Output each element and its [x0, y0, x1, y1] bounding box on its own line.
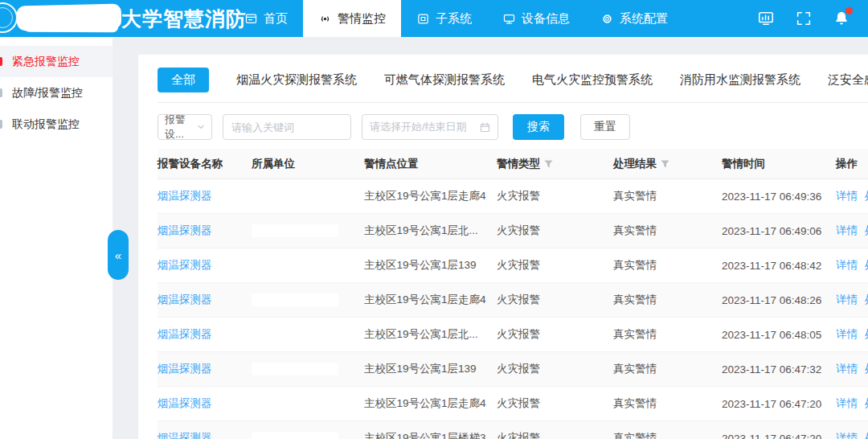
cell-device[interactable]: 烟温探测器 — [158, 293, 252, 307]
filter-funnel-icon[interactable] — [661, 158, 669, 170]
action-link[interactable]: 处理 — [865, 431, 868, 439]
cell-device[interactable]: 烟温探测器 — [158, 396, 252, 411]
nav-item-label: 子系统 — [436, 11, 472, 27]
sidebar-item-bullet-icon — [0, 88, 2, 97]
sidebar-item-label: 联动报警监控 — [12, 117, 80, 130]
cell-actions: 详情处理 — [836, 258, 868, 273]
nav-item-device-info[interactable]: 设备信息 — [487, 0, 585, 37]
cell-device[interactable]: 烟温探测器 — [158, 224, 252, 238]
alarm-device-select[interactable]: 报警设... — [158, 114, 212, 140]
top-navbar: 大学智慧消防 首页警情监控子系统设备信息系统配置 — [0, 0, 868, 37]
action-link[interactable]: 详情 — [836, 362, 858, 376]
redacted-unit — [252, 397, 338, 410]
dashboard-icon[interactable] — [757, 10, 775, 27]
redacted-unit — [252, 293, 338, 306]
action-link[interactable]: 处理 — [865, 293, 868, 307]
cell-unit — [252, 224, 364, 237]
cell-time: 2023-11-17 06:48:26 — [722, 294, 836, 306]
cell-device[interactable]: 烟温探测器 — [158, 258, 252, 273]
action-link[interactable]: 详情 — [836, 224, 858, 238]
cell-result: 真实警情 — [613, 224, 722, 238]
cell-device[interactable]: 烟温探测器 — [158, 431, 252, 439]
search-button[interactable]: 搜索 — [513, 114, 564, 140]
cell-location: 主校区19号公寓1层走廊4 — [364, 189, 497, 203]
cell-location: 主校区19号公寓1层北... — [364, 224, 497, 238]
cell-device[interactable]: 烟温探测器 — [158, 362, 252, 376]
action-link[interactable]: 处理 — [865, 189, 868, 203]
table-body: 烟温探测器主校区19号公寓1层走廊4火灾报警真实警情2023-11-17 06:… — [158, 179, 868, 439]
action-link[interactable]: 处理 — [865, 224, 868, 238]
sidebar: 紧急报警监控故障/报警监控联动报警监控 — [0, 37, 113, 439]
action-link[interactable]: 处理 — [865, 258, 868, 273]
sidebar-item-0[interactable]: 紧急报警监控 — [0, 46, 113, 77]
sidebar-item-label: 故障/报警监控 — [12, 86, 83, 99]
nav-item-label: 首页 — [264, 11, 288, 27]
bell-icon[interactable] — [833, 10, 850, 27]
redacted-unit — [252, 328, 338, 341]
cell-time: 2023-11-17 06:48:42 — [722, 260, 836, 272]
nav-item-label: 系统配置 — [620, 11, 668, 27]
date-range-input[interactable]: 请选择开始/结束日期 — [362, 114, 498, 140]
sidebar-item-1[interactable]: 故障/报警监控 — [0, 77, 113, 109]
sidebar-item-bullet-icon — [0, 120, 2, 129]
university-emblem-icon — [0, 2, 18, 33]
cell-result: 真实警情 — [613, 189, 722, 203]
system-tabs: 全部烟温火灾探测报警系统可燃气体探测报警系统电气火灾监控预警系统消防用水监测报警… — [158, 68, 868, 103]
tab-5[interactable]: 泛安全感知探测报警系统 — [828, 68, 868, 92]
app-title: 大学智慧消防 — [121, 0, 247, 37]
action-link[interactable]: 详情 — [836, 293, 858, 307]
sidebar-item-label: 紧急报警监控 — [12, 55, 80, 68]
column-header: 警情点位置 — [364, 157, 497, 171]
cell-device[interactable]: 烟温探测器 — [158, 189, 252, 203]
system-config-icon — [600, 12, 614, 26]
filter-funnel-icon[interactable] — [544, 158, 553, 170]
redacted-unit — [252, 190, 338, 203]
action-link[interactable]: 详情 — [836, 327, 858, 342]
cell-unit — [252, 190, 364, 203]
action-link[interactable]: 处理 — [865, 396, 868, 411]
action-link[interactable]: 详情 — [836, 258, 858, 273]
column-header: 操作 — [836, 157, 868, 171]
tab-1[interactable]: 烟温火灾探测报警系统 — [236, 68, 357, 92]
cell-type: 火灾报警 — [497, 396, 613, 411]
cell-time: 2023-11-17 06:47:32 — [722, 363, 836, 375]
sidebar-item-2[interactable]: 联动报警监控 — [0, 109, 113, 140]
nav-item-subsystem[interactable]: 子系统 — [401, 0, 487, 37]
action-link[interactable]: 处理 — [865, 362, 868, 376]
action-link[interactable]: 详情 — [836, 431, 858, 439]
cell-type: 火灾报警 — [497, 189, 613, 203]
nav-item-alarm-monitor[interactable]: 警情监控 — [303, 0, 401, 37]
action-link[interactable]: 详情 — [836, 396, 858, 411]
cell-result: 真实警情 — [613, 327, 722, 342]
logo-area: 大学智慧消防 — [0, 0, 229, 37]
select-value: 报警设... — [165, 113, 197, 142]
action-link[interactable]: 处理 — [865, 327, 868, 342]
keyword-input[interactable] — [223, 114, 351, 140]
redacted-logo-text — [17, 4, 122, 31]
cell-result: 真实警情 — [613, 396, 722, 411]
header-nav: 首页警情监控子系统设备信息系统配置 — [229, 0, 683, 37]
tab-3[interactable]: 电气火灾监控预警系统 — [532, 68, 653, 92]
nav-item-system-config[interactable]: 系统配置 — [585, 0, 683, 37]
cell-location: 主校区19号公寓1层139 — [364, 258, 497, 273]
cell-device[interactable]: 烟温探测器 — [158, 327, 252, 342]
tab-4[interactable]: 消防用水监测报警系统 — [680, 68, 800, 92]
action-link[interactable]: 详情 — [836, 189, 858, 203]
cell-location: 主校区19号公寓1层139 — [364, 362, 497, 376]
tab-0[interactable]: 全部 — [158, 68, 209, 92]
subsystem-icon — [416, 12, 430, 26]
cell-actions: 详情处理 — [836, 362, 868, 376]
chevron-down-icon — [197, 123, 205, 131]
redacted-unit — [252, 259, 338, 272]
cell-time: 2023-11-17 06:47:20 — [722, 433, 836, 439]
cell-result: 真实警情 — [613, 258, 722, 273]
table-row: 烟温探测器主校区19号公寓1层北...火灾报警真实警情2023-11-17 06… — [158, 318, 868, 352]
cell-location: 主校区19号公寓1层走廊4 — [364, 293, 497, 307]
cell-result: 真实警情 — [613, 293, 722, 307]
tab-2[interactable]: 可燃气体探测报警系统 — [384, 68, 505, 92]
cell-unit — [252, 432, 364, 439]
fullscreen-icon[interactable] — [795, 10, 813, 27]
sidebar-collapse-button[interactable]: « — [108, 230, 129, 280]
reset-button[interactable]: 重置 — [580, 114, 630, 140]
sidebar-item-bullet-icon — [0, 57, 2, 66]
